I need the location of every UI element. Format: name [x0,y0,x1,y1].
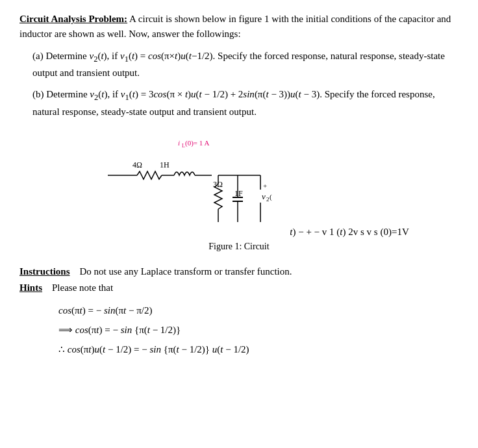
part-b-label: (b) [32,89,46,99]
hints-text [45,282,50,293]
svg-text:+: + [263,182,267,190]
circuit-diagram: i L (0)= 1 A 4Ω 1H 3Ω 1F [69,131,290,235]
svg-text:1F: 1F [234,189,243,198]
part-a-text: Determine v2(t), if v1(t) = cos(π×t)u(t−… [32,51,445,78]
problem-title: Circuit Analysis Problem: [19,14,127,24]
part-a-label: (a) [32,51,45,61]
parts-container: (a) Determine v2(t), if v1(t) = cos(π×t)… [32,49,459,119]
svg-text:2: 2 [266,196,270,203]
instructions-text [72,266,77,277]
hints-line: Hints Please note that [19,280,459,297]
instructions-section: Instructions Do not use any Laplace tran… [19,264,459,359]
math-line-2: ⟹ cos(πt) = − sin {π(t − 1/2)} [58,320,459,340]
part-a: (a) Determine v2(t), if v1(t) = cos(π×t)… [32,49,459,81]
svg-text:1H: 1H [160,160,170,169]
instructions-body: Do not use any Laplace transform or tran… [80,266,292,277]
math-line-1: cos(πt) = − sin(πt − π/2) [58,301,459,320]
figure-area: i L (0)= 1 A 4Ω 1H 3Ω 1F [19,131,459,252]
svg-text:4Ω: 4Ω [132,160,142,169]
instructions-label: Instructions [19,266,70,277]
hints-label: Hints [19,282,42,293]
problem-header: Circuit Analysis Problem: A circuit is s… [19,12,459,42]
figure-caption: Figure 1: Circuit [19,242,459,252]
svg-text:(0)= 1 A: (0)= 1 A [185,139,209,147]
svg-text:(: ( [270,193,272,201]
part-b: (b) Determine v2(t), if v1(t) = 3cos(π ×… [32,87,459,119]
part-b-text: Determine v2(t), if v1(t) = 3cos(π × t)u… [32,89,435,116]
svg-text:i: i [178,139,180,147]
math-line-3: ∴ cos(πt)u(t − 1/2) = − sin {π(t − 1/2)}… [58,340,459,359]
instructions-line: Instructions Do not use any Laplace tran… [19,264,459,280]
svg-text:v: v [262,192,266,201]
math-block: cos(πt) = − sin(πt − π/2) ⟹ cos(πt) = − … [58,301,459,359]
hints-body: Please note that [52,282,113,293]
